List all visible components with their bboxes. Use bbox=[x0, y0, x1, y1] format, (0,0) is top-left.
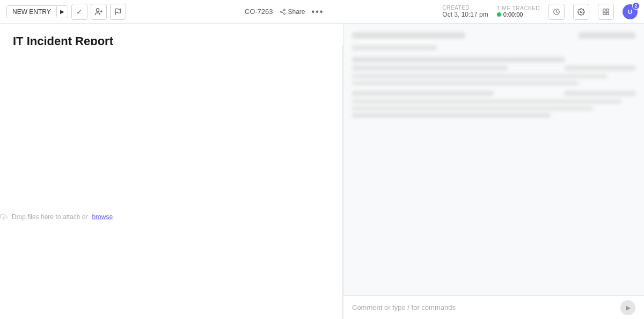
right-row-6 bbox=[352, 113, 551, 118]
avatar-badge: 2 bbox=[632, 2, 640, 10]
toolbar-center: CO-7263 Share ••• bbox=[130, 7, 438, 17]
page-title: IT Incident Report bbox=[13, 34, 330, 45]
upload-icon bbox=[0, 213, 8, 221]
svg-rect-14 bbox=[603, 12, 605, 15]
right-subheader bbox=[352, 45, 437, 50]
left-panel: IT Incident Report T Software System ✱ A… bbox=[0, 24, 343, 319]
right-section-1 bbox=[352, 66, 635, 85]
new-entry-label[interactable]: NEW ENTRY bbox=[7, 6, 56, 18]
left-content: IT Incident Report T Software System ✱ A… bbox=[0, 24, 343, 45]
main-layout: IT Incident Report T Software System ✱ A… bbox=[0, 24, 644, 319]
ticket-id: CO-7263 bbox=[245, 8, 273, 16]
svg-line-7 bbox=[282, 12, 283, 13]
svg-rect-13 bbox=[606, 12, 609, 15]
svg-point-6 bbox=[283, 13, 285, 15]
right-header-left-bar bbox=[352, 32, 465, 39]
created-info: CREATED Oct 3, 10:17 pm bbox=[442, 5, 488, 18]
created-date: Oct 3, 10:17 pm bbox=[442, 11, 488, 18]
svg-point-0 bbox=[96, 9, 99, 11]
right-section-1-header bbox=[352, 66, 635, 71]
svg-line-8 bbox=[282, 10, 283, 11]
browse-link[interactable]: browse bbox=[92, 213, 113, 221]
svg-point-4 bbox=[283, 9, 285, 11]
avatar[interactable]: 2 U bbox=[623, 4, 638, 19]
toolbar-left: NEW ENTRY ▶ ✓ bbox=[6, 4, 126, 20]
right-section-2-label bbox=[352, 91, 494, 96]
left-bottom-bar: Drop files here to attach or browse bbox=[0, 45, 343, 319]
toolbar-right: CREATED Oct 3, 10:17 pm TIME TRACKED 0:0… bbox=[442, 4, 638, 20]
right-row-4 bbox=[352, 99, 621, 104]
svg-rect-12 bbox=[606, 9, 609, 11]
send-button[interactable]: ▶ bbox=[620, 300, 635, 315]
avatar-initials: U bbox=[628, 9, 632, 15]
add-user-button[interactable] bbox=[91, 4, 107, 20]
settings-button[interactable] bbox=[573, 4, 589, 20]
right-row-5 bbox=[352, 106, 593, 111]
right-header bbox=[352, 32, 635, 39]
right-panel: Comment or type / for commands ▶ bbox=[343, 24, 644, 319]
flag-button[interactable] bbox=[110, 4, 126, 20]
time-tracked: TIME TRACKED 0:00:00 bbox=[497, 5, 540, 18]
share-button[interactable]: Share bbox=[280, 8, 305, 16]
time-tracked-label: TIME TRACKED bbox=[497, 5, 540, 11]
svg-point-10 bbox=[580, 11, 582, 13]
right-row-1 bbox=[352, 57, 565, 62]
time-value-row: 0:00:00 bbox=[497, 11, 540, 18]
right-header-right-bar bbox=[579, 32, 635, 39]
svg-rect-11 bbox=[603, 9, 605, 11]
more-options-button[interactable]: ••• bbox=[312, 7, 324, 17]
right-bottom-bar: Comment or type / for commands ▶ bbox=[343, 295, 644, 319]
created-label: CREATED bbox=[442, 5, 488, 11]
right-section-1-value bbox=[565, 66, 635, 71]
timer-button[interactable] bbox=[548, 4, 565, 20]
drop-text: Drop files here to attach or bbox=[12, 213, 87, 221]
view-button[interactable] bbox=[598, 4, 614, 20]
right-panel-content bbox=[352, 32, 635, 118]
check-button[interactable]: ✓ bbox=[71, 4, 87, 20]
time-dot-icon bbox=[497, 12, 501, 17]
right-section-2 bbox=[352, 91, 635, 118]
right-section-2-value bbox=[565, 91, 635, 96]
right-row-3 bbox=[352, 81, 579, 85]
share-label: Share bbox=[288, 8, 305, 16]
right-row-2 bbox=[352, 74, 607, 78]
comment-placeholder[interactable]: Comment or type / for commands bbox=[352, 303, 456, 311]
right-section-1-label bbox=[352, 66, 508, 71]
right-section-2-header bbox=[352, 91, 635, 96]
new-entry-dropdown-arrow[interactable]: ▶ bbox=[56, 6, 68, 17]
time-value: 0:00:00 bbox=[503, 11, 523, 18]
svg-point-5 bbox=[280, 11, 282, 12]
toolbar: NEW ENTRY ▶ ✓ CO-7263 Share ••• CREATED … bbox=[0, 0, 644, 24]
new-entry-button[interactable]: NEW ENTRY ▶ bbox=[6, 5, 68, 18]
